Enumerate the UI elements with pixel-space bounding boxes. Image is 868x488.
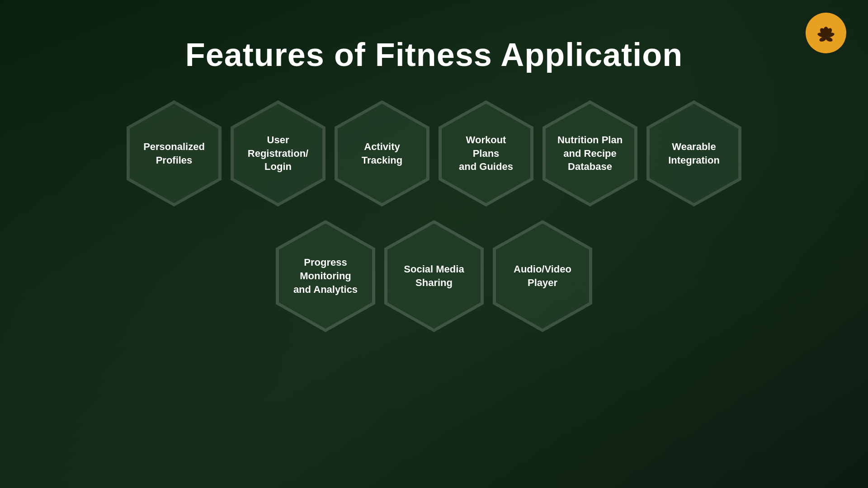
hex-nutrition-plan: Nutrition Planand RecipeDatabase — [542, 100, 637, 206]
hex-label-social-media-sharing: Social MediaSharing — [390, 263, 478, 289]
feature-row-1: PersonalizedProfiles UserRegistration/Lo… — [127, 100, 741, 206]
hex-label-workout-plans: Workout Plansand Guides — [444, 133, 528, 174]
hex-label-nutrition-plan: Nutrition Planand RecipeDatabase — [548, 133, 632, 174]
hex-label-audio-video-player: Audio/VideoPlayer — [499, 263, 587, 289]
hex-workout-plans: Workout Plansand Guides — [439, 100, 533, 206]
hex-wearable-integration: WearableIntegration — [646, 100, 741, 206]
page-title: Features of Fitness Application — [185, 36, 683, 73]
hex-label-user-registration: UserRegistration/Login — [236, 133, 320, 174]
hex-label-personalized-profiles: PersonalizedProfiles — [132, 140, 216, 167]
hex-label-progress-monitoring: ProgressMonitoringand Analytics — [282, 256, 370, 296]
hex-personalized-profiles: PersonalizedProfiles — [127, 100, 222, 206]
hex-activity-tracking: ActivityTracking — [335, 100, 429, 206]
hex-user-registration: UserRegistration/Login — [231, 100, 326, 206]
hex-social-media-sharing: Social MediaSharing — [384, 220, 484, 332]
feature-row-2: ProgressMonitoringand Analytics Social M… — [276, 220, 592, 332]
hex-audio-video-player: Audio/VideoPlayer — [493, 220, 592, 332]
logo-badge — [806, 13, 846, 53]
hex-label-activity-tracking: ActivityTracking — [340, 140, 424, 167]
hex-progress-monitoring: ProgressMonitoringand Analytics — [276, 220, 375, 332]
lotus-icon — [814, 21, 838, 45]
hex-label-wearable-integration: WearableIntegration — [652, 140, 736, 167]
main-content: Features of Fitness Application Personal… — [0, 0, 868, 488]
